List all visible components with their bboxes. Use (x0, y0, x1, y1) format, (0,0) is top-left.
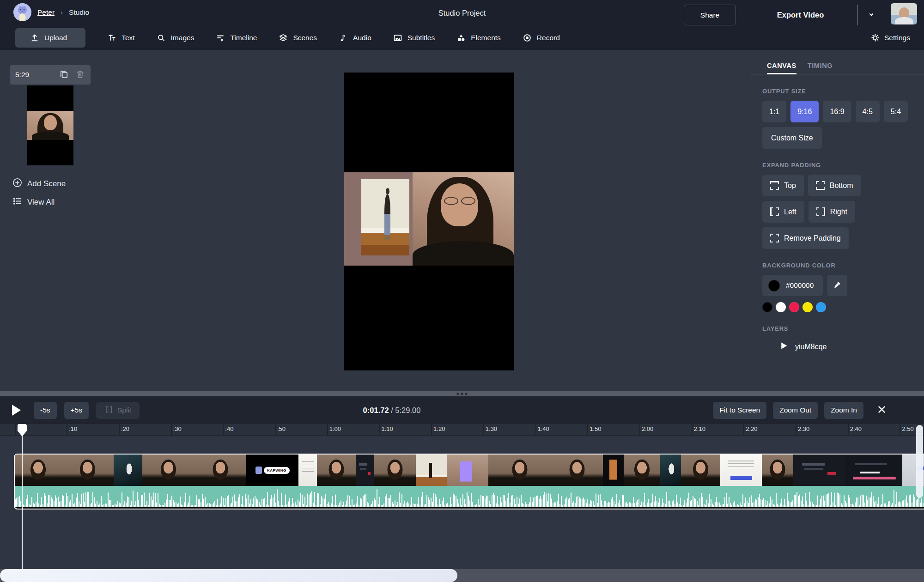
duplicate-scene-icon[interactable] (59, 69, 69, 81)
export-video-button[interactable]: Export Video (743, 5, 885, 25)
padding-top-button[interactable]: Top (762, 175, 804, 196)
timeline-track-area[interactable]: :00:10:20:30:40:501:001:101:201:301:401:… (0, 424, 924, 569)
toolbar-item-elements[interactable]: Elements (456, 33, 501, 42)
toolbar-item-label: Text (122, 34, 134, 42)
timeline-vertical-scrollbar[interactable] (916, 425, 923, 498)
filmstrip-frame-face (551, 455, 603, 486)
zoom-in-button[interactable]: Zoom In (824, 402, 863, 419)
toolbar-item-scenes[interactable]: Scenes (279, 33, 317, 42)
breadcrumb-user-link[interactable]: Peter (37, 8, 55, 17)
ruler-tick (223, 424, 224, 435)
ruler-tick (67, 424, 67, 435)
timeline-ruler[interactable]: :00:10:20:30:40:501:001:101:201:301:401:… (0, 424, 924, 436)
toolbar-item-audio[interactable]: Audio (339, 33, 371, 42)
toolbar-item-record[interactable]: Record (523, 33, 560, 42)
ruler-tick-label: :30 (173, 425, 182, 432)
forward-5s-button[interactable]: +5s (64, 402, 89, 419)
custom-size-button[interactable]: Custom Size (762, 127, 822, 149)
toolbar-item-text[interactable]: Text (107, 33, 134, 42)
delete-scene-icon[interactable] (75, 69, 85, 81)
padding-right-button[interactable]: Right (808, 201, 855, 223)
user-avatar[interactable] (891, 3, 917, 24)
ruler-tick-label: :20 (121, 425, 129, 432)
ruler-tick (639, 424, 640, 435)
video-clip[interactable]: KAPWING (14, 454, 924, 509)
scene-thumbnail[interactable] (27, 85, 73, 165)
aspect-ratio-16-9[interactable]: 16:9 (823, 101, 851, 122)
split-button[interactable]: Split (96, 402, 140, 419)
padding-bottom-button[interactable]: Bottom (808, 175, 861, 196)
gear-icon (871, 33, 880, 42)
ruler-tick-label: 1:40 (538, 425, 549, 432)
zoom-out-button[interactable]: Zoom Out (773, 402, 818, 419)
back-5s-button[interactable]: -5s (34, 402, 57, 419)
toolbar-item-upload[interactable]: Upload (15, 28, 85, 48)
search-icon (157, 33, 166, 42)
remove-padding-button[interactable]: Remove Padding (762, 227, 849, 249)
aspect-ratio-5-4[interactable]: 5:4 (884, 101, 908, 122)
ruler-tick-label: 1:00 (329, 425, 341, 432)
toolbar-item-label: Upload (44, 34, 67, 42)
video-left-room (344, 172, 413, 266)
fit-to-screen-button[interactable]: Fit to Screen (713, 402, 766, 419)
layer-list: yiuM8cqe (762, 341, 924, 352)
toolbar-item-timeline[interactable]: Timeline (216, 33, 257, 42)
ruler-tick-label: :10 (69, 425, 77, 432)
inspector-panel: CANVASTIMING OUTPUT SIZE 1:19:1616:94:55… (751, 50, 924, 391)
drag-handle-icon (457, 393, 468, 395)
share-button[interactable]: Share (684, 5, 736, 25)
swatch-f7e700[interactable] (802, 302, 813, 312)
toolbar-item-label: Scenes (293, 34, 317, 42)
padding-left-icon (770, 207, 779, 216)
video-layer[interactable] (344, 172, 514, 266)
settings-button[interactable]: Settings (866, 25, 915, 50)
padding-left-button[interactable]: Left (762, 201, 804, 223)
filmstrip-frame-face (488, 455, 551, 486)
toolbar-item-subtitles[interactable]: Subtitles (393, 33, 435, 42)
export-options-button[interactable] (857, 5, 885, 25)
workspace-avatar[interactable] (13, 3, 31, 21)
play-button[interactable] (12, 405, 21, 416)
standing-person (384, 194, 391, 240)
toolbar-item-images[interactable]: Images (157, 33, 195, 42)
timeline-scrollbar-track[interactable] (0, 569, 924, 582)
toolbar-item-label: Timeline (230, 34, 257, 42)
ruler-tick (483, 424, 484, 435)
ruler-tick-label: 2:10 (694, 425, 705, 432)
padding-label: Right (830, 208, 847, 216)
aspect-ratio-4-5[interactable]: 4:5 (856, 101, 880, 122)
canvas-preview[interactable] (344, 73, 514, 370)
tab-timing[interactable]: TIMING (808, 62, 833, 74)
filmstrip-frame-room (416, 455, 447, 486)
ruler-tick (796, 424, 796, 435)
layer-item[interactable]: yiuM8cqe (762, 341, 924, 352)
background-color-chip[interactable]: #000000 (762, 275, 823, 296)
view-all-button[interactable]: View All (12, 196, 55, 208)
padding-top-icon (770, 181, 779, 190)
add-scene-button[interactable]: Add Scene (12, 178, 66, 190)
toolbar-item-label: Subtitles (407, 34, 435, 42)
ruler-tick (587, 424, 588, 435)
close-timeline-button[interactable] (876, 404, 887, 417)
swatch-2f9bef[interactable] (816, 302, 826, 312)
eyedropper-button[interactable] (827, 275, 847, 296)
ruler-tick-label: 2:20 (746, 425, 757, 432)
timeline-scrollbar-thumb[interactable] (0, 569, 457, 582)
aspect-ratio-1-1[interactable]: 1:1 (762, 101, 786, 122)
breadcrumb: Peter › Studio (13, 3, 89, 21)
swatch-ed1c4e[interactable] (789, 302, 799, 312)
subtitles-icon (393, 33, 402, 42)
elements-icon (456, 33, 466, 42)
panel-resize-divider[interactable] (0, 391, 924, 396)
settings-label: Settings (884, 34, 910, 42)
ruler-tick (171, 424, 172, 435)
aspect-ratio-9-16[interactable]: 9:16 (790, 101, 819, 122)
ruler-tick (535, 424, 536, 435)
split-label: Split (117, 406, 131, 414)
padding-label: Bottom (830, 182, 853, 190)
swatch-ffffff[interactable] (776, 302, 786, 312)
timeline-icon (216, 33, 225, 42)
tab-canvas[interactable]: CANVAS (767, 62, 796, 74)
filmstrip-frame-doc (298, 455, 316, 486)
swatch-000000[interactable] (762, 302, 772, 312)
